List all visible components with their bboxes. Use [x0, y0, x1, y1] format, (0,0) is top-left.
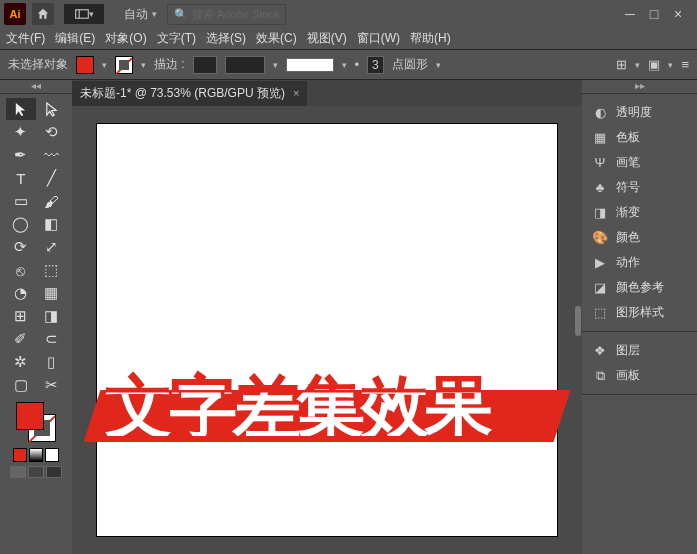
magic-wand-tool[interactable]: ✦	[6, 121, 36, 143]
menu-effect[interactable]: 效果(C)	[256, 30, 297, 47]
scrollbar-thumb[interactable]	[575, 306, 581, 336]
color-mode-solid[interactable]	[13, 448, 27, 462]
stroke-profile-label[interactable]: 点圆形	[392, 56, 428, 73]
screen-mode-full[interactable]	[28, 466, 44, 478]
rotate-tool[interactable]: ⟳	[6, 236, 36, 258]
menu-view[interactable]: 视图(V)	[307, 30, 347, 47]
mesh-tool[interactable]: ⊞	[6, 305, 36, 327]
panel-label: 画笔	[616, 154, 640, 171]
screen-mode-normal[interactable]	[10, 466, 26, 478]
panel-graphic-styles[interactable]: ⬚图形样式	[586, 300, 693, 325]
align-icon[interactable]: ⊞	[616, 57, 627, 72]
fill-color-large[interactable]	[16, 402, 44, 430]
chevron-down-icon[interactable]: ▾	[141, 60, 146, 70]
swatches-icon: ▦	[592, 131, 608, 145]
home-button[interactable]	[32, 3, 54, 25]
panel-artboards[interactable]: ⧉画板	[586, 363, 693, 388]
artboard-tool[interactable]: ▢	[6, 374, 36, 396]
scale-tool[interactable]: ⤢	[37, 236, 67, 258]
stroke-color-swatch[interactable]	[115, 56, 133, 74]
stroke-profile-preview[interactable]	[286, 58, 334, 72]
bullet-sep: •	[355, 58, 359, 72]
settings-icon[interactable]: ≡	[681, 57, 689, 72]
paintbrush-tool[interactable]: 🖌	[37, 190, 67, 212]
gradient-icon: ◨	[592, 206, 608, 220]
transform-icon[interactable]: ▣	[648, 57, 660, 72]
chevron-down-icon[interactable]: ▾	[668, 60, 673, 70]
chevron-down-icon[interactable]: ▾	[635, 60, 640, 70]
shape-builder-tool[interactable]: ◔	[6, 282, 36, 304]
selection-status: 未选择对象	[8, 56, 68, 73]
menu-help[interactable]: 帮助(H)	[410, 30, 451, 47]
menu-window[interactable]: 窗口(W)	[357, 30, 400, 47]
search-stock-input[interactable]: 🔍 搜索 Adobe Stock	[167, 4, 286, 25]
actions-icon: ▶	[592, 256, 608, 270]
panel-label: 渐变	[616, 204, 640, 221]
eyedropper-tool[interactable]: ✐	[6, 328, 36, 350]
panel-label: 画板	[616, 367, 640, 384]
lasso-tool[interactable]: ⟲	[37, 121, 67, 143]
stroke-style-select[interactable]	[225, 56, 265, 74]
width-tool[interactable]: ⎋	[6, 259, 36, 281]
stroke-width-input[interactable]	[193, 56, 217, 74]
close-button[interactable]: ×	[669, 6, 687, 22]
panel-color[interactable]: 🎨颜色	[586, 225, 693, 250]
direct-selection-tool[interactable]	[37, 98, 67, 120]
chevron-down-icon[interactable]: ▾	[436, 60, 441, 70]
toolbox-collapse-icon[interactable]: ◂◂	[31, 80, 41, 93]
panel-brushes[interactable]: Ψ画笔	[586, 150, 693, 175]
panel-layers[interactable]: ❖图层	[586, 338, 693, 363]
menu-edit[interactable]: 编辑(E)	[55, 30, 95, 47]
panel-transparency[interactable]: ◐透明度	[586, 100, 693, 125]
type-tool[interactable]: T	[6, 167, 36, 189]
menu-object[interactable]: 对象(O)	[105, 30, 146, 47]
selection-tool[interactable]	[6, 98, 36, 120]
gradient-tool[interactable]: ◨	[37, 305, 67, 327]
menu-select[interactable]: 选择(S)	[206, 30, 246, 47]
chevron-down-icon[interactable]: ▾	[342, 60, 347, 70]
eraser-tool[interactable]: ◧	[37, 213, 67, 235]
chevron-down-icon[interactable]: ▾	[273, 60, 278, 70]
rectangle-tool[interactable]: ▭	[6, 190, 36, 212]
panel-symbols[interactable]: ♣符号	[586, 175, 693, 200]
pen-tool[interactable]: ✒	[6, 144, 36, 166]
panel-color-guide[interactable]: ◪颜色参考	[586, 275, 693, 300]
maximize-button[interactable]: □	[645, 6, 663, 22]
document-tab[interactable]: 未标题-1* @ 73.53% (RGB/GPU 预览) ×	[72, 81, 307, 106]
panel-label: 颜色参考	[616, 279, 664, 296]
panel-label: 色板	[616, 129, 640, 146]
chevron-down-icon[interactable]: ▾	[102, 60, 107, 70]
panel-gradient[interactable]: ◨渐变	[586, 200, 693, 225]
layout-dropdown[interactable]: ▾	[64, 4, 104, 24]
panel-label: 颜色	[616, 229, 640, 246]
menu-type[interactable]: 文字(T)	[157, 30, 196, 47]
document-tab-title: 未标题-1* @ 73.53% (RGB/GPU 预览)	[80, 85, 285, 102]
artboard[interactable]: 文字差集效果 文字差集效果	[97, 124, 557, 536]
curvature-tool[interactable]: 〰	[37, 144, 67, 166]
workspace-label[interactable]: 自动	[124, 6, 148, 23]
menu-file[interactable]: 文件(F)	[6, 30, 45, 47]
opacity-value[interactable]: 3	[367, 56, 384, 74]
screen-mode-presentation[interactable]	[46, 466, 62, 478]
line-tool[interactable]: ╱	[37, 167, 67, 189]
color-mode-none[interactable]	[45, 448, 59, 462]
panel-label: 动作	[616, 254, 640, 271]
canvas-area[interactable]: 文字差集效果 文字差集效果	[72, 106, 582, 554]
brushes-icon: Ψ	[592, 156, 608, 170]
close-tab-icon[interactable]: ×	[293, 87, 299, 99]
graph-tool[interactable]: ▯	[37, 351, 67, 373]
symbol-sprayer-tool[interactable]: ✲	[6, 351, 36, 373]
panel-collapse-icon[interactable]: ▸▸	[635, 80, 645, 93]
panel-actions[interactable]: ▶动作	[586, 250, 693, 275]
fill-color-swatch[interactable]	[76, 56, 94, 74]
color-mode-gradient[interactable]	[29, 448, 43, 462]
artboards-icon: ⧉	[592, 369, 608, 383]
minimize-button[interactable]: ─	[621, 6, 639, 22]
shaper-tool[interactable]: ◯	[6, 213, 36, 235]
free-transform-tool[interactable]: ⬚	[37, 259, 67, 281]
slice-tool[interactable]: ✂	[37, 374, 67, 396]
panel-swatches[interactable]: ▦色板	[586, 125, 693, 150]
perspective-tool[interactable]: ▦	[37, 282, 67, 304]
blend-tool[interactable]: ⊂	[37, 328, 67, 350]
panel-label: 透明度	[616, 104, 652, 121]
